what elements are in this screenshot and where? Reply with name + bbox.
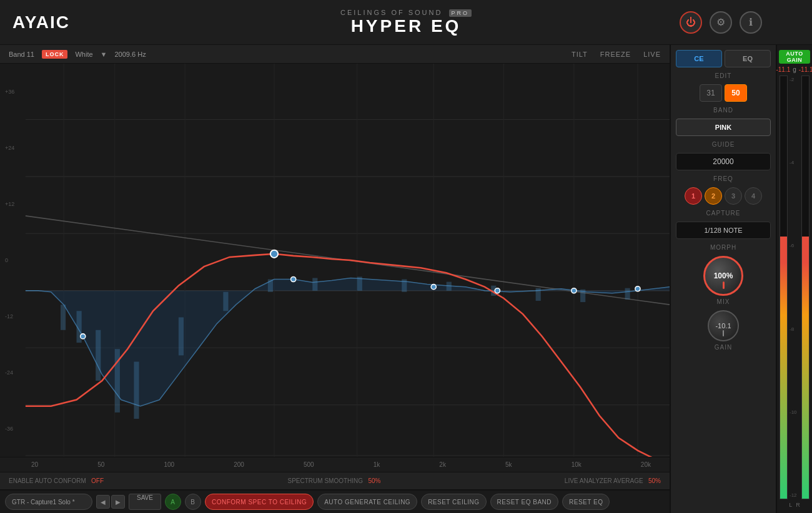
svg-rect-27	[402, 279, 407, 291]
band-31-button[interactable]: 31	[700, 84, 722, 102]
capture-label: CAPTURE	[676, 210, 771, 217]
live-analyzer-value: 50%	[648, 477, 661, 484]
vu-label-r: R	[796, 502, 800, 508]
vu-left-value: -11.1	[776, 66, 790, 73]
svg-point-36	[495, 288, 500, 293]
svg-point-33	[81, 334, 86, 339]
svg-rect-30	[536, 288, 541, 301]
smoothing-value: 50%	[368, 477, 380, 484]
band-label: BAND	[676, 107, 771, 114]
status-bar: ENABLE AUTO CONFORM OFF SPECTRUM SMOOTHI…	[0, 472, 670, 489]
band-info-right: TILT FREEZE LIVE	[572, 51, 661, 58]
band-row: 31 50	[676, 84, 771, 102]
tilt-button[interactable]: TILT	[572, 51, 588, 58]
svg-rect-22	[179, 317, 184, 355]
preset-select[interactable]: GTR - Capture1 Solo *	[5, 494, 92, 510]
svg-rect-25	[312, 278, 317, 290]
ab-b-button[interactable]: B	[185, 494, 201, 510]
gain-value: -10.1	[715, 322, 731, 330]
vu-bar-right	[801, 76, 810, 499]
pink-button[interactable]: PINK	[676, 119, 771, 136]
eq-main: Band 11 LOCK White ▼ 2009.6 Hz TILT FREE…	[0, 45, 670, 513]
vu-meters: -2 -4 -6 -8 -10 -12	[780, 76, 810, 499]
svg-rect-31	[580, 290, 585, 302]
noise-type: White	[75, 51, 92, 58]
capture-3-button[interactable]: 3	[725, 187, 742, 205]
bottom-toolbar: GTR - Capture1 Solo * ◀ ▶ SAVE A B CONFO…	[0, 489, 670, 513]
settings-button[interactable]: ⚙	[710, 11, 732, 34]
svg-rect-32	[625, 288, 630, 300]
gain-knob-container: -10.1 GAIN	[676, 310, 771, 351]
vu-bar-left	[780, 76, 788, 499]
gain-label: GAIN	[715, 344, 732, 351]
auto-gain-button[interactable]: AUTO GAIN	[779, 50, 810, 64]
vu-labels: L R	[789, 502, 800, 508]
mix-label: MIX	[717, 298, 730, 305]
info-button[interactable]: ℹ	[740, 11, 762, 34]
mix-value: 100%	[714, 271, 733, 280]
eq-display[interactable]: +36 +24 +12 0 -12 -24 -36	[0, 64, 670, 457]
subtitle: CEILINGS OF SOUND PRO	[340, 9, 472, 16]
lock-badge[interactable]: LOCK	[42, 50, 68, 59]
auto-generate-ceiling-button[interactable]: AUTO GENERATE CEILING	[317, 494, 417, 510]
svg-point-38	[635, 286, 640, 291]
spectrum-smoothing-label: SPECTRUM SMOOTHING 50%	[288, 477, 381, 484]
mix-knob[interactable]: 100%	[703, 256, 743, 296]
svg-rect-21	[134, 362, 139, 419]
ab-a-button[interactable]: A	[165, 494, 181, 510]
svg-rect-19	[96, 330, 101, 381]
capture-1-button[interactable]: 1	[685, 187, 702, 205]
main-title: HYPER EQ	[340, 16, 472, 36]
freq-display[interactable]: 20000	[676, 153, 771, 170]
dropdown-arrow-icon[interactable]: ▼	[101, 51, 107, 58]
tab-ce[interactable]: CE	[676, 50, 722, 67]
live-analyzer-label: LIVE ANALYZER AVERAGE 50%	[565, 477, 661, 484]
band-50-button[interactable]: 50	[725, 84, 747, 102]
gain-knob[interactable]: -10.1	[708, 310, 739, 341]
vu-values: -11.1 g -11.1	[776, 66, 812, 73]
power-button[interactable]: ⏻	[680, 11, 702, 34]
preset-nav: ◀ ▶	[96, 495, 125, 509]
auto-conform-label: ENABLE AUTO CONFORM OFF	[9, 477, 104, 484]
save-button[interactable]: SAVE	[129, 494, 161, 510]
vu-label-l: L	[789, 502, 792, 508]
header-icons: ⏻ ⚙ ℹ	[680, 11, 762, 34]
band-info-bar: Band 11 LOCK White ▼ 2009.6 Hz TILT FREE…	[0, 45, 670, 64]
eq-svg[interactable]	[0, 64, 670, 457]
freeze-button[interactable]: FREEZE	[600, 51, 631, 58]
prev-preset-button[interactable]: ◀	[96, 495, 110, 509]
vu-right-value: -11.1	[799, 66, 812, 73]
band-freq: 2009.6 Hz	[115, 51, 146, 58]
tab-eq[interactable]: EQ	[725, 50, 771, 67]
reset-ceiling-button[interactable]: RESET CEILING	[421, 494, 486, 510]
freq-label: FREQ	[676, 175, 771, 182]
svg-point-34	[291, 276, 296, 281]
app-container: AYAIC CEILINGS OF SOUND PRO HYPER EQ ⏻ ⚙…	[0, 0, 812, 513]
title-center: CEILINGS OF SOUND PRO HYPER EQ	[340, 9, 472, 36]
svg-rect-26	[357, 276, 362, 290]
header: AYAIC CEILINGS OF SOUND PRO HYPER EQ ⏻ ⚙…	[0, 0, 812, 45]
reset-eq-button[interactable]: RESET EQ	[562, 494, 610, 510]
content-area: Band 11 LOCK White ▼ 2009.6 Hz TILT FREE…	[0, 45, 812, 513]
morph-label: MORPH	[676, 244, 771, 251]
capture-btns: 1 2 3 4	[676, 187, 771, 205]
conform-spec-button[interactable]: CONFORM SPEC TO CEILING	[205, 494, 314, 510]
svg-rect-28	[447, 282, 452, 291]
edit-label: EDIT	[676, 72, 771, 79]
capture-2-button[interactable]: 2	[705, 187, 722, 205]
panel-tabs: CE EQ	[676, 50, 771, 67]
morph-display[interactable]: 1/128 NOTE	[676, 222, 771, 239]
vu-meter-section: AUTO GAIN -11.1 g -11.1 -2 -4 -6 -8 -10 …	[776, 45, 812, 513]
mix-knob-container: 100% MIX	[676, 256, 771, 305]
svg-rect-23	[223, 292, 228, 311]
svg-rect-17	[61, 305, 66, 330]
reset-eq-band-button[interactable]: RESET EQ BAND	[490, 494, 558, 510]
vu-fill-left	[780, 237, 787, 499]
svg-point-37	[572, 288, 577, 293]
live-button[interactable]: LIVE	[643, 51, 661, 58]
svg-point-35	[431, 285, 436, 290]
vu-fill-right	[802, 237, 809, 499]
svg-rect-24	[268, 279, 273, 291]
next-preset-button[interactable]: ▶	[111, 495, 125, 509]
capture-4-button[interactable]: 4	[745, 187, 762, 205]
